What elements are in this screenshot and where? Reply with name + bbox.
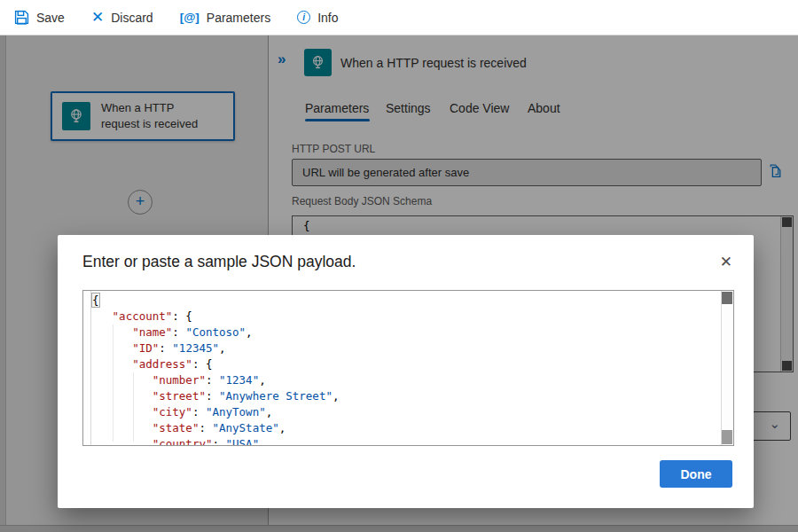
info-icon: i [297, 11, 310, 24]
parameters-icon: [@] [180, 11, 200, 24]
json-payload-editor[interactable]: { "account": { "name": "Contoso", "ID": … [82, 290, 734, 446]
discard-icon: ✕ [91, 10, 104, 25]
code-line: "account": { [92, 309, 719, 325]
done-button[interactable]: Done [660, 460, 732, 488]
editor-scrollbar[interactable] [721, 291, 733, 445]
code-line: "street": "Anywhere Street", [92, 388, 719, 404]
save-button[interactable]: Save [14, 10, 65, 25]
code-line: "name": "Contoso", [92, 325, 719, 340]
editor-left-rail [90, 291, 91, 445]
parameters-label: Parameters [207, 11, 270, 25]
save-label: Save [36, 11, 65, 25]
discard-button[interactable]: ✕ Discard [91, 10, 153, 25]
close-icon[interactable]: ✕ [716, 251, 736, 273]
scrollbar-bottom-block[interactable] [722, 430, 732, 444]
logic-app-designer: Save ✕ Discard [@] Parameters i Info [0, 0, 798, 532]
code-line: "ID": "12345", [92, 340, 719, 356]
code-line: "number": "1234", [92, 372, 719, 388]
sample-payload-dialog: Enter or paste a sample JSON payload. ✕ … [58, 235, 754, 508]
scrollbar-thumb[interactable] [722, 292, 732, 304]
designer-workspace: When a HTTP request is received + » When… [0, 35, 798, 532]
designer-toolbar: Save ✕ Discard [@] Parameters i Info [0, 0, 798, 35]
parameters-button[interactable]: [@] Parameters [180, 11, 271, 25]
info-label: Info [317, 11, 338, 25]
code-line: "address": { [92, 356, 719, 372]
dialog-title: Enter or paste a sample JSON payload. [82, 253, 356, 271]
info-button[interactable]: i Info [297, 11, 338, 25]
json-code[interactable]: { "account": { "name": "Contoso", "ID": … [92, 293, 719, 446]
code-line: "city": "AnyTown", [92, 404, 719, 420]
code-line: { [92, 293, 719, 309]
save-icon [14, 10, 29, 25]
code-line: "state": "AnyState", [92, 420, 719, 436]
code-line: "country": "USA", [92, 436, 719, 446]
discard-label: Discard [111, 11, 153, 25]
